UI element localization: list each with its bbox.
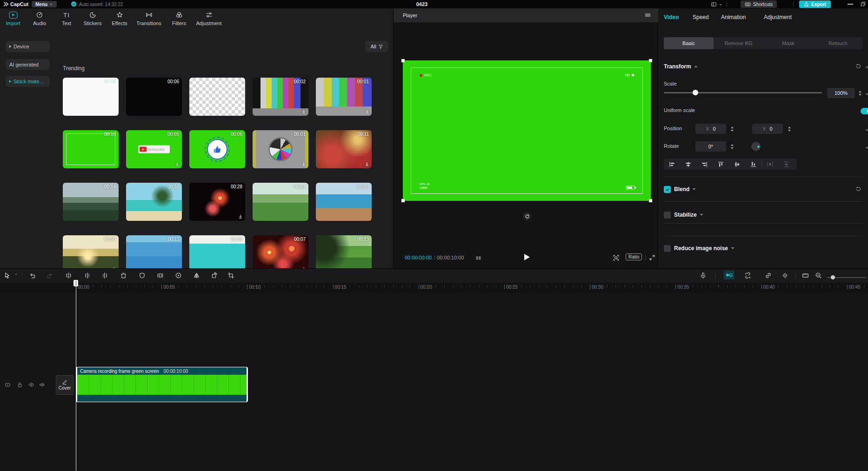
media-tab-filters[interactable]: Filters [172, 11, 186, 26]
restore-window-button[interactable] [861, 1, 866, 7]
export-button[interactable]: Export [799, 0, 831, 8]
select-tool-chevron-icon[interactable] [14, 272, 18, 276]
media-tab-adjustment[interactable]: Adjustment [196, 11, 221, 26]
player-menu-icon[interactable] [644, 12, 651, 19]
selection-handle-tl[interactable] [401, 59, 405, 62]
minimize-button[interactable] [848, 4, 853, 5]
download-icon[interactable] [301, 109, 307, 114]
align-top-button[interactable] [713, 159, 729, 170]
stock-thumbnail-colorbars[interactable]: 00:01 [316, 78, 372, 116]
playhead-handle[interactable] [73, 280, 78, 286]
stock-thumbnail-pool[interactable]: 00:20 [189, 235, 245, 268]
stock-thumbnail-dancers[interactable]: 00:14 [253, 183, 308, 221]
position-x-stepper[interactable] [729, 124, 735, 134]
ratio-button[interactable]: Ratio [626, 253, 642, 260]
main-track-magnet-button[interactable] [724, 271, 734, 279]
align-center-horizontal-button[interactable] [680, 159, 696, 170]
stock-thumbnail-testcard[interactable]: 00:01 [253, 130, 308, 168]
mirror-button[interactable] [193, 272, 200, 279]
preview-axis-button[interactable] [802, 272, 809, 279]
focus-preview-icon[interactable] [613, 254, 620, 261]
keyframe-button[interactable] [781, 272, 788, 279]
subtab-mask[interactable]: Mask [763, 37, 813, 49]
transform-reset-icon[interactable] [855, 63, 861, 69]
align-bottom-button[interactable] [745, 159, 761, 170]
media-tab-text[interactable]: TIText [62, 11, 71, 26]
selection-handle-tr[interactable] [649, 59, 652, 62]
layout-chevron-icon[interactable] [719, 3, 722, 7]
noise-section-header[interactable]: Reduce image noise [674, 245, 734, 252]
stock-thumbnail-park[interactable]: 00:13 [316, 235, 372, 268]
fullscreen-icon[interactable] [649, 254, 655, 261]
inspector-tab-speed[interactable]: Speed [693, 14, 709, 20]
media-tab-audio[interactable]: Audio [33, 11, 46, 26]
stabilize-section-header[interactable]: Stabilize [674, 212, 703, 218]
download-icon[interactable] [364, 161, 370, 167]
freeze-frame-button[interactable] [157, 272, 164, 279]
stock-thumbnail-gifts[interactable]: 00:11 [316, 130, 372, 168]
rotate-stepper[interactable] [729, 141, 735, 152]
stock-thumbnail-green-subscribe[interactable]: Subscribe00:05 [126, 130, 182, 168]
video-preview[interactable]: REC HD FPS: 30 1080P [403, 60, 651, 201]
zoom-out-button[interactable] [815, 272, 822, 279]
sidebar-item-stock-mate[interactable]: Stock mate... [6, 76, 50, 87]
stock-thumbnail-beach-friends[interactable]: 00:23 [316, 183, 372, 221]
inspector-tab-adjustment[interactable]: Adjustment [764, 14, 792, 20]
reverse-button[interactable] [175, 272, 182, 279]
cover-button[interactable]: Cover [56, 375, 73, 395]
rotate-handle[interactable] [523, 212, 531, 220]
layout-icon[interactable] [711, 1, 717, 7]
scale-slider-thumb[interactable] [693, 90, 698, 95]
shortcuts-button[interactable]: Shortcuts [741, 0, 777, 8]
download-icon[interactable] [301, 161, 307, 167]
rotate-value-field[interactable]: 0° [695, 141, 726, 152]
delete-button[interactable] [120, 272, 127, 279]
download-icon[interactable] [174, 161, 180, 167]
noise-checkbox[interactable] [664, 245, 671, 252]
stock-thumbnail-ocean[interactable]: 00:11 [126, 235, 182, 268]
stock-thumbnail-forest[interactable]: 00:06 [63, 235, 119, 268]
inspector-tab-video[interactable]: Video [664, 14, 679, 20]
split-button[interactable] [65, 272, 72, 279]
record-voiceover-button[interactable] [700, 272, 707, 279]
keyframe-mark[interactable]: ◂ [865, 127, 868, 132]
download-icon[interactable] [364, 109, 370, 114]
media-tab-import[interactable]: Import [6, 11, 20, 26]
scale-stepper[interactable] [857, 88, 863, 98]
linking-button[interactable] [765, 272, 772, 279]
blend-checkbox[interactable] [664, 186, 671, 193]
crop-button[interactable] [227, 272, 234, 279]
mask-button[interactable] [139, 272, 146, 279]
subtab-retouch[interactable]: Retouch [813, 37, 863, 49]
subtab-basic[interactable]: Basic [664, 37, 714, 49]
transform-section-header[interactable]: Transform [664, 63, 698, 70]
lock-track-icon[interactable] [17, 382, 23, 388]
subtab-remove-bg[interactable]: Remove BG [714, 37, 763, 49]
stock-thumbnail-palm[interactable]: 00:35 [126, 183, 182, 221]
download-icon[interactable] [238, 214, 243, 219]
keyframe-mark[interactable]: ◂ [865, 91, 868, 96]
filter-all-button[interactable]: All [365, 41, 388, 52]
redo-button[interactable] [47, 272, 53, 279]
timeline-ruler[interactable]: 00:0000:0500:1000:1500:2000:2500:3000:35… [0, 283, 868, 292]
undo-button[interactable] [29, 272, 36, 279]
menu-button[interactable]: Menu [32, 1, 57, 7]
timeline-clip[interactable]: Camera recording frame green screen 00:0… [76, 367, 248, 402]
delete-left-button[interactable] [83, 272, 90, 279]
position-y-field[interactable]: Y 0 [752, 124, 783, 134]
stock-thumbnail-white[interactable]: 00:06 [63, 78, 119, 116]
selection-handle-bl[interactable] [401, 199, 405, 202]
stock-thumbnail-city[interactable]: 00:14 [63, 183, 119, 221]
stock-thumbnail-green-like[interactable]: 00:06 [189, 130, 245, 168]
auto-split-button[interactable] [744, 272, 751, 279]
keyframe-mark[interactable]: ◂ [865, 64, 868, 69]
toggle-visibility-icon[interactable] [28, 382, 34, 388]
keyframe-mark[interactable]: ◂ [865, 145, 868, 150]
align-center-vertical-button[interactable] [729, 159, 745, 170]
rotate-dial[interactable] [751, 142, 761, 151]
blend-reset-icon[interactable] [855, 186, 861, 192]
media-tab-stickers[interactable]: Stickers [83, 11, 101, 26]
stock-thumbnail-green-frame[interactable]: 00:10 [63, 130, 119, 168]
sidebar-item-ai-generated[interactable]: AI generated [6, 59, 50, 70]
stock-thumbnail-fireworks-red[interactable]: 00:07 [253, 235, 308, 268]
